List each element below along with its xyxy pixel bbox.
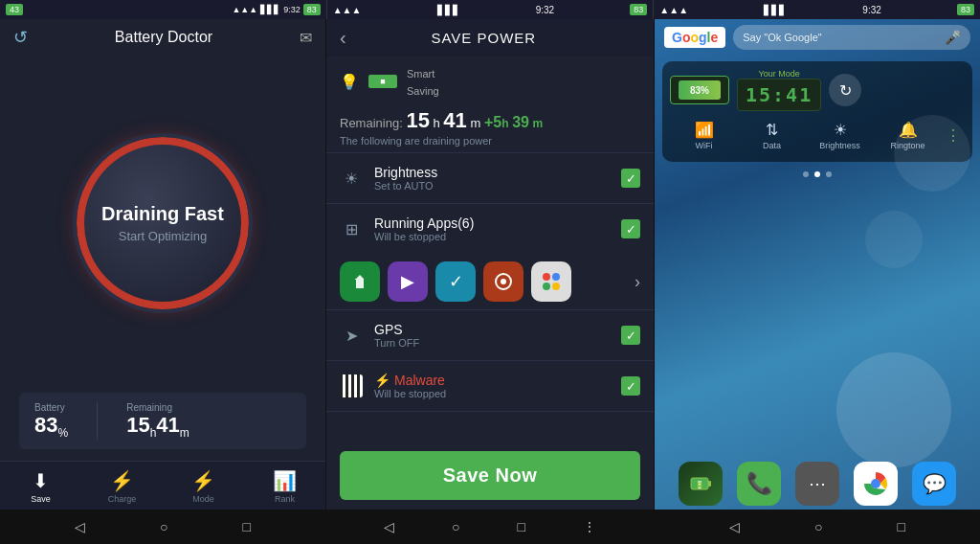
svg-rect-8	[708, 481, 711, 487]
svg-point-4	[552, 273, 560, 281]
widget-wifi[interactable]: 📶 WiFi	[670, 117, 738, 154]
mode-icon: ⚡	[191, 469, 215, 492]
wifi-icon-3: ▲▲▲	[659, 5, 688, 15]
remaining-label: Remaining	[126, 402, 189, 413]
wifi-ctrl-icon: 📶	[695, 121, 714, 139]
widget-brightness[interactable]: ☀ Brightness	[806, 117, 874, 154]
remaining-hours: 15	[406, 108, 429, 132]
time-1: 9:32	[283, 5, 301, 14]
battery-badge-1: 43	[6, 4, 23, 15]
app-5	[531, 261, 571, 302]
running-apps-info: Running Apps(6) Will be stopped	[374, 215, 610, 242]
malware-info: ⚡ Malware Will be stopped	[374, 373, 610, 399]
nav-mode[interactable]: ⚡ Mode	[163, 462, 244, 510]
battery-app-icon[interactable]: 🔋	[679, 462, 723, 506]
running-apps-checkbox[interactable]: ✓	[621, 219, 640, 238]
remaining-mins: 41	[443, 108, 466, 132]
battery-value: 83%	[34, 413, 68, 440]
widget-battery-fill: 83%	[679, 80, 721, 100]
home-button-1[interactable]: ○	[160, 519, 167, 534]
phone-app-icon[interactable]: 📞	[737, 462, 781, 506]
nav-rank[interactable]: 📊 Rank	[244, 462, 325, 510]
remaining-h: h	[434, 116, 440, 130]
google-search-bar[interactable]: Say "Ok Google" 🎤	[733, 25, 970, 50]
system-nav-1: ◁ ○ □	[0, 510, 325, 544]
gps-row[interactable]: ➤ GPS Turn OFF ✓	[326, 310, 654, 360]
battery-doctor-title: Battery Doctor	[115, 29, 212, 46]
battery-doctor-icon: ↺	[13, 27, 28, 48]
apps-more-arrow[interactable]: ›	[635, 272, 640, 292]
google-logo: Google	[664, 27, 725, 48]
signal-icon-3: ▋▋▋	[764, 5, 787, 15]
recent-button-2[interactable]: □	[517, 519, 524, 534]
signal-icon: ▋▋▋	[260, 5, 280, 14]
home-button-3[interactable]: ○	[814, 519, 822, 534]
signal-icon-2: ▋▋▋	[437, 5, 460, 15]
status-panel-3: ▲▲▲ ▋▋▋ 9:32 83	[654, 0, 980, 19]
remaining-m: m	[470, 116, 480, 130]
brightness-row[interactable]: ☀ Brightness Set to AUTO ✓	[326, 153, 654, 203]
brightness-checkbox[interactable]: ✓	[621, 169, 640, 188]
hangouts-app-icon[interactable]: 💬	[912, 462, 956, 506]
status-panel-1: 43 ▲▲▲ ▋▋▋ 9:32 83	[0, 0, 326, 19]
charge-label: Charge	[108, 494, 137, 504]
back-button-2[interactable]: ◁	[384, 519, 394, 534]
wifi-ctrl-label: WiFi	[696, 141, 713, 150]
dot-1	[803, 171, 809, 177]
battery-stats: Battery 83% Remaining 15h41m	[19, 393, 306, 449]
widget-data[interactable]: ⇅ Data	[738, 117, 806, 154]
gps-icon: ➤	[340, 327, 363, 345]
running-apps-name: Running Apps(6)	[374, 215, 610, 231]
charge-icon: ⚡	[110, 469, 134, 492]
dot-3	[826, 171, 832, 177]
battery-circle-area: Draining Fast Start Optimizing	[0, 56, 325, 381]
stat-separator	[97, 402, 98, 440]
running-apps-row[interactable]: ⊞ Running Apps(6) Will be stopped ✓	[326, 204, 654, 254]
app-3: ✓	[435, 261, 476, 302]
save-power-header: ‹ SAVE POWER	[326, 19, 654, 57]
smart-label: SmartSaving	[407, 68, 439, 97]
nav-charge[interactable]: ⚡ Charge	[81, 462, 163, 510]
back-icon[interactable]: ‹	[340, 27, 346, 49]
app-dock: 🔋 📞 ⋯ 💬	[655, 454, 980, 510]
malware-row[interactable]: ⚡ Malware Will be stopped ✓	[326, 361, 654, 411]
battery-stat: Battery 83%	[34, 402, 68, 440]
mode-label: Mode	[192, 494, 214, 504]
rank-label: Rank	[275, 494, 295, 504]
recent-button-3[interactable]: □	[898, 519, 905, 534]
smart-saving-labels: SmartSaving	[407, 64, 439, 99]
brightness-icon: ☀	[340, 170, 363, 188]
app-1	[340, 261, 380, 302]
brightness-ctrl-icon: ☀	[834, 121, 847, 139]
menu-button-2[interactable]: ⋮	[583, 519, 596, 534]
gps-name: GPS	[374, 322, 610, 337]
recent-button-1[interactable]: □	[243, 519, 251, 534]
remaining-prefix: Remaining:	[340, 116, 403, 130]
gps-checkbox[interactable]: ✓	[621, 326, 640, 345]
svg-point-5	[543, 283, 550, 290]
back-button-3[interactable]: ◁	[729, 519, 740, 534]
save-icon: ⬇	[33, 469, 49, 492]
widget-refresh-button[interactable]: ↻	[829, 74, 861, 106]
battery-circle[interactable]: Draining Fast Start Optimizing	[77, 137, 249, 309]
system-nav-3: ◁ ○ □	[655, 510, 980, 544]
chrome-app-icon[interactable]	[854, 462, 898, 506]
mic-icon[interactable]: 🎤	[945, 30, 961, 45]
save-now-button[interactable]: Save Now	[340, 451, 640, 500]
decorative-blob-1	[836, 352, 951, 467]
battery-badge-2: 83	[630, 4, 647, 15]
message-icon[interactable]: ✉	[300, 29, 312, 47]
sys-nav-section-1: ◁ ○ □	[0, 510, 325, 544]
save-label: Save	[31, 494, 51, 504]
main-content: ↺ Battery Doctor ✉ Draining Fast Start O…	[0, 19, 980, 544]
apps-drawer-icon[interactable]: ⋯	[795, 462, 839, 506]
nav-save[interactable]: ⬇ Save	[0, 462, 81, 510]
widget-battery-pct: 83%	[690, 85, 709, 96]
system-nav-2: ◁ ○ □ ⋮	[326, 510, 654, 544]
malware-icon	[340, 374, 363, 397]
malware-label-area: ⚡ Malware	[374, 373, 610, 388]
time-3: 9:32	[862, 5, 880, 15]
back-button-1[interactable]: ◁	[75, 519, 85, 534]
malware-checkbox[interactable]: ✓	[621, 376, 640, 396]
home-button-2[interactable]: ○	[452, 519, 459, 534]
